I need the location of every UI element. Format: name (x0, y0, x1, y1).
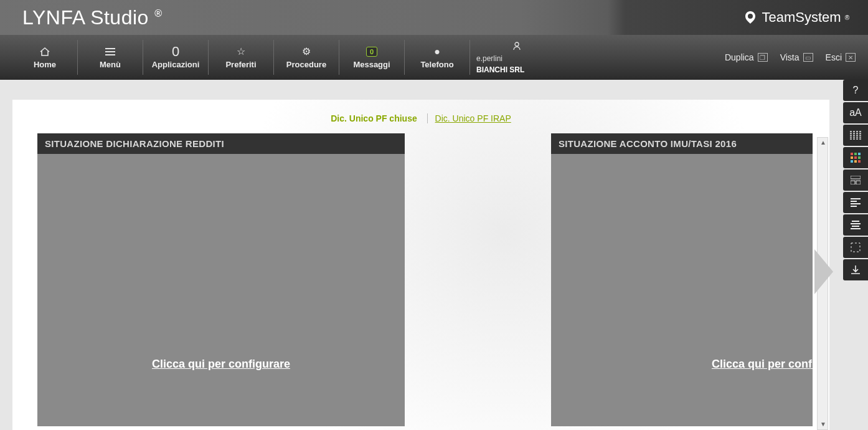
layout-icon (851, 176, 861, 184)
close-icon: ✕ (846, 53, 856, 62)
company-name: BIANCHI SRL (476, 65, 524, 74)
exit-label: Esci (826, 52, 842, 62)
view-button[interactable]: Vista ▭ (780, 52, 813, 62)
svg-rect-10 (851, 176, 861, 179)
duplicate-icon: ❐ (758, 53, 768, 62)
scroll-down-icon[interactable]: ▼ (819, 421, 827, 428)
breadcrumb-link[interactable]: Dic. Unico PF IRAP (435, 113, 511, 123)
app-title: LYNFA Studio ® (22, 6, 163, 29)
app-title-text: LYNFA Studio (22, 6, 149, 29)
procedures-button[interactable]: ⚙ Procedure (274, 40, 339, 75)
messages-badge: 0 (366, 46, 377, 57)
panels-area: SITUAZIONE DICHIARAZIONE REDDITI Clicca … (12, 133, 829, 426)
brand-name: TeamSystem (762, 9, 841, 26)
svg-rect-11 (851, 181, 855, 184)
svg-point-0 (515, 42, 519, 46)
brand-registered: ® (845, 14, 849, 21)
scroll-up-icon[interactable]: ▲ (819, 139, 827, 146)
user-name: e.perlini (476, 54, 502, 63)
layout-button[interactable] (843, 170, 868, 191)
breadcrumb-active: Dic. Unico PF chiuse (331, 113, 417, 123)
svg-rect-2 (854, 153, 857, 155)
breadcrumb-separator (427, 113, 428, 123)
messages-label: Messaggi (353, 60, 390, 69)
svg-rect-9 (858, 160, 861, 163)
fullscreen-button[interactable] (843, 237, 868, 258)
gear-icon: ⚙ (302, 46, 311, 57)
messages-count: 0 (366, 47, 377, 57)
panel-redditi: SITUAZIONE DICHIARAZIONE REDDITI Clicca … (37, 133, 405, 426)
menu-button[interactable]: Menù (78, 40, 143, 75)
teamsystem-icon (743, 10, 758, 25)
svg-rect-1 (851, 153, 853, 155)
menu-label: Menù (100, 60, 121, 69)
spacing-icon (850, 131, 861, 140)
text-button[interactable] (843, 214, 868, 236)
apps-button[interactable]: 0 Applicazioni (143, 40, 209, 75)
exit-button[interactable]: Esci ✕ (826, 52, 856, 62)
download-icon (851, 265, 861, 275)
duplicate-button[interactable]: Duplica ❐ (725, 52, 768, 62)
apps-count: 0 (172, 46, 179, 57)
panel-redditi-configure-link[interactable]: Clicca qui per configurare (152, 358, 290, 371)
align-icon (851, 198, 861, 207)
panel-imu-header: SITUAZIONE ACCONTO IMU/TASI 2016 (551, 133, 813, 154)
panel-redditi-header: SITUAZIONE DICHIARAZIONE REDDITI (37, 133, 405, 154)
menu-icon (105, 46, 115, 57)
toolbar-right: Duplica ❐ Vista ▭ Esci ✕ (725, 52, 856, 62)
user-info[interactable]: e.perlini BIANCHI SRL (470, 40, 557, 75)
apps-grid-icon (851, 153, 861, 163)
breadcrumb: Dic. Unico PF chiuse Dic. Unico PF IRAP (12, 100, 829, 133)
font-size-button[interactable]: aA (843, 102, 868, 123)
text-icon (851, 221, 861, 229)
svg-rect-5 (854, 156, 857, 159)
help-button[interactable]: ? (843, 80, 868, 101)
home-label: Home (34, 60, 56, 69)
favorites-label: Preferiti (225, 60, 256, 69)
svg-rect-8 (854, 160, 857, 163)
top-banner: LYNFA Studio ® TeamSystem® (0, 0, 868, 35)
svg-rect-6 (858, 156, 861, 159)
align-button[interactable] (843, 192, 868, 213)
registered-mark: ® (154, 8, 162, 19)
circle-icon: ● (434, 46, 440, 57)
duplicate-label: Duplica (725, 52, 754, 62)
side-tools: ? aA (843, 80, 868, 280)
svg-rect-3 (858, 153, 861, 155)
main-toolbar: Home Menù 0 Applicazioni ☆ Preferiti ⚙ P… (0, 35, 868, 80)
procedures-label: Procedure (286, 60, 326, 69)
workspace: Dic. Unico PF chiuse Dic. Unico PF IRAP … (12, 100, 829, 430)
messages-button[interactable]: 0 Messaggi (339, 40, 405, 75)
apps-grid-button[interactable] (843, 147, 868, 168)
view-icon: ▭ (803, 53, 813, 62)
phone-button[interactable]: ● Telefono (405, 40, 470, 75)
download-button[interactable] (843, 259, 868, 280)
next-arrow[interactable] (814, 249, 833, 294)
line-spacing-button[interactable] (843, 125, 868, 146)
star-icon: ☆ (237, 46, 245, 57)
panel-imu-configure-link[interactable]: Clicca qui per configurare (712, 358, 829, 371)
svg-rect-4 (851, 156, 853, 159)
home-icon (39, 46, 50, 57)
fullscreen-icon (851, 242, 861, 252)
home-button[interactable]: Home (12, 40, 78, 75)
brand-logo: TeamSystem® (743, 9, 849, 26)
svg-rect-7 (851, 160, 853, 163)
view-label: Vista (780, 52, 800, 62)
panel-imu: SITUAZIONE ACCONTO IMU/TASI 2016 Clicca … (551, 133, 813, 426)
svg-rect-12 (856, 181, 861, 184)
favorites-button[interactable]: ☆ Preferiti (209, 40, 274, 75)
svg-rect-13 (851, 243, 860, 252)
apps-label: Applicazioni (152, 60, 200, 69)
phone-label: Telefono (420, 60, 453, 69)
user-icon (512, 41, 521, 52)
